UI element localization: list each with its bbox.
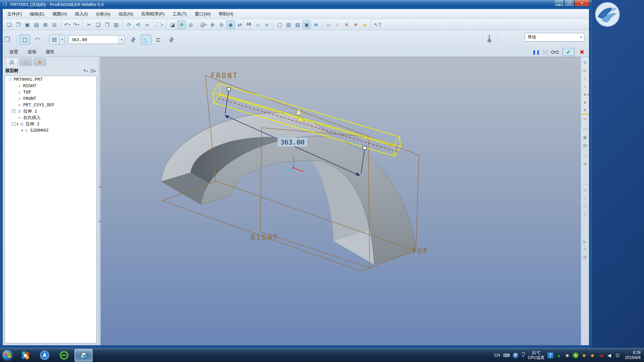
datum-plane-tool-icon[interactable]: ▱ xyxy=(581,66,589,74)
orient-pin-icon[interactable] xyxy=(312,20,320,29)
sweep-tool-icon[interactable]: ◠ xyxy=(581,168,589,176)
sketch-tool-icon[interactable]: ∿ xyxy=(581,58,589,66)
tree-item-拉伸 1[interactable]: +◳拉伸 1 xyxy=(5,108,96,114)
drag-handle-start[interactable] xyxy=(227,87,230,91)
pattern-tool-icon[interactable]: ∷ xyxy=(581,218,589,226)
depth-option-combo[interactable]: ⊟ ▾ xyxy=(49,35,65,45)
depth-dropdown[interactable]: ▾ xyxy=(59,35,65,44)
datum-axis-display-icon[interactable]: ∕ xyxy=(333,20,342,29)
hole-tool-icon[interactable]: ⊚ xyxy=(581,245,589,253)
depth-value-input[interactable]: 363.00 xyxy=(69,37,118,42)
taskbar-app-browser-compass[interactable] xyxy=(36,349,54,362)
repaint-icon[interactable]: ◪ xyxy=(168,20,177,29)
redo-icon[interactable]: ↷▾ xyxy=(72,20,80,29)
thicken-flip-button[interactable]: ⇄ xyxy=(166,35,177,45)
swept-blend-tool-icon[interactable]: ◡ xyxy=(581,176,589,184)
qq1-icon[interactable]: ☻ xyxy=(581,352,587,358)
menu-item-工具[interactable]: 工具(T) xyxy=(168,10,191,18)
open-file-icon[interactable]: ❐ xyxy=(14,20,22,29)
tab-folder-browser[interactable]: ❏ xyxy=(19,58,32,66)
new-file-icon[interactable]: ❏ xyxy=(5,20,13,29)
reorient-view-icon[interactable]: ⇄ xyxy=(235,20,244,29)
pattern-grid-tool-icon[interactable]: ▦ xyxy=(581,253,589,261)
datum-csys-tool-icon[interactable]: ✳ xyxy=(581,99,589,107)
close-button[interactable]: ✕ xyxy=(574,0,590,6)
menu-item-分析[interactable]: 分析(A) xyxy=(92,10,114,18)
boundary-blend-tool-icon[interactable]: ≋ xyxy=(581,186,589,194)
tray-restore-icon[interactable]: ❐▾ xyxy=(522,353,525,358)
layers-icon[interactable]: ≡ xyxy=(263,20,271,29)
flip-direction-button[interactable]: ⇄ xyxy=(128,35,139,45)
thicken-sketch-button[interactable]: ⊏ xyxy=(153,35,164,45)
muted-speaker-icon[interactable]: ◀ xyxy=(598,352,604,358)
title-bar[interactable]: ❒ PRT0001 (活动的) - Pro/ENGINEER Wildfire … xyxy=(0,0,592,9)
paste-icon[interactable]: ❒ xyxy=(103,20,111,29)
maximize-button[interactable]: ❐ xyxy=(564,0,574,6)
drag-handle-depth[interactable] xyxy=(363,146,366,149)
shaded-display-icon[interactable]: ▾ xyxy=(199,20,208,29)
graphics-viewport[interactable]: FRONT RIGHT TOP xyxy=(101,57,581,347)
zoom-out-icon[interactable]: ⊖ xyxy=(217,20,226,29)
start-button[interactable] xyxy=(0,348,15,362)
tree-item-拉伸 2[interactable]: −✱◳拉伸 2 xyxy=(5,121,96,127)
taskbar-clock[interactable]: 8:28 2015/6/6 xyxy=(625,350,641,360)
splitter-collapse-up[interactable]: ▴ xyxy=(99,185,100,188)
menu-item-信息[interactable]: 信息(N) xyxy=(114,10,137,18)
tree-item-S2D0002[interactable]: ✱✎S2D0002 xyxy=(5,127,96,133)
menu-item-帮助[interactable]: 帮助(H) xyxy=(215,10,237,18)
pause-button[interactable]: ❚❚ xyxy=(532,50,540,55)
regenerate-icon[interactable]: ⟳ xyxy=(125,20,133,29)
taskbar-app-360safe[interactable] xyxy=(16,349,34,362)
menu-item-插入[interactable]: 插入(I) xyxy=(71,10,92,18)
language-indicator[interactable]: CH xyxy=(494,353,500,358)
zoom-in-icon[interactable]: ⊕ xyxy=(208,20,217,29)
tab-placement[interactable]: 放置 xyxy=(9,49,18,55)
datum-point-display-icon[interactable]: ✕ xyxy=(342,20,351,29)
tab-favorites[interactable]: ✱ xyxy=(34,58,46,66)
spin-center-toggle-icon[interactable]: ❉ xyxy=(177,20,186,29)
taskbar-app-proengineer[interactable] xyxy=(74,349,93,362)
hidden-line-style-icon[interactable]: ▥ xyxy=(284,20,293,29)
tree-item-FRONT[interactable]: ▱FRONT xyxy=(5,95,96,102)
tree-expander[interactable]: + xyxy=(12,109,15,113)
datum-axis-tool-icon[interactable]: ∕ xyxy=(581,74,589,82)
tree-item-在此插入[interactable]: →在此插入 xyxy=(5,114,96,121)
sketcher-combo[interactable]: 草绘 ▾ xyxy=(525,33,584,42)
ok-button[interactable]: ✔ xyxy=(562,48,575,56)
speaker-icon[interactable]: ◀ xyxy=(606,352,612,358)
menu-item-文件[interactable]: 文件(F) xyxy=(3,10,26,18)
menu-item-编辑[interactable]: 编辑(E) xyxy=(26,10,48,18)
update-sections-icon[interactable]: ⟲ xyxy=(134,20,142,29)
orient-mode-icon[interactable]: ◎ xyxy=(186,20,195,29)
tab-options[interactable]: 选项 xyxy=(28,49,36,55)
datum-curve-tool-icon[interactable]: ∼ xyxy=(581,82,589,90)
cpu-temperature[interactable]: 31℃ CPU温度 xyxy=(528,351,544,360)
solid-button[interactable]: ▢ xyxy=(19,35,30,45)
cancel-button[interactable]: ✖ xyxy=(578,49,586,56)
undo-icon[interactable]: ↶▾ xyxy=(63,20,71,29)
erase-not-displayed-icon[interactable]: ⊠ xyxy=(41,20,50,29)
taskbar-app-browser-360[interactable] xyxy=(55,349,73,362)
qq2-icon[interactable]: ☻ xyxy=(589,352,595,358)
datum-point-tool-icon[interactable]: ✕▸ xyxy=(581,90,589,99)
tree-columns-button[interactable]: ▤▾ xyxy=(91,68,96,73)
offset-surface-tool-icon[interactable]: ⊡ xyxy=(581,202,589,210)
revolve-tool-icon[interactable]: ◉ xyxy=(581,160,589,168)
field-point-tool-icon[interactable]: ✕ xyxy=(581,107,589,115)
depth-value-combo[interactable]: 363.00 ▾ xyxy=(68,35,125,44)
save-file-icon[interactable]: ▣ xyxy=(23,20,32,29)
tree-item-PRT_CSYS_DEF[interactable]: ✳PRT_CSYS_DEF xyxy=(5,102,96,108)
preview-checkbox[interactable]: ✔ xyxy=(543,50,548,54)
remove-material-button[interactable]: ◺ xyxy=(141,35,151,45)
tray-help-icon[interactable]: ? xyxy=(513,353,519,358)
plane-display-toggle-icon[interactable]: ▭ xyxy=(581,125,589,133)
dimension-value[interactable]: 363.00 xyxy=(280,138,305,146)
splitter-collapse-down[interactable]: ▾ xyxy=(99,220,100,223)
depth-value-dropdown[interactable]: ▾ xyxy=(118,36,124,44)
wireframe-style-icon[interactable]: ▢ xyxy=(275,20,284,29)
surface-button[interactable]: ◠ xyxy=(32,35,43,45)
stock-icon[interactable]: ▲ xyxy=(556,352,562,358)
refit-icon[interactable]: ◉ xyxy=(226,20,235,29)
tab-model-tree[interactable]: 品 xyxy=(5,58,18,66)
network-icon[interactable]: ⊡ xyxy=(614,352,621,358)
